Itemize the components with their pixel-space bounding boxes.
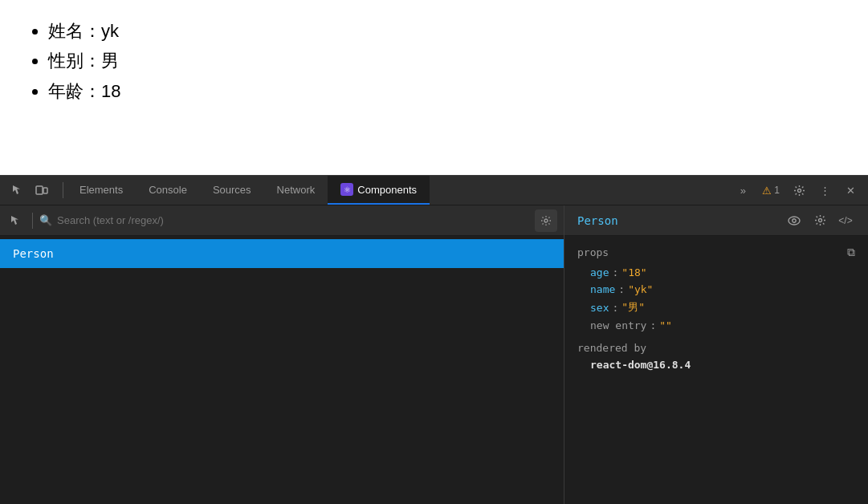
list-item: 年龄：18: [48, 76, 844, 106]
list-item: 性别：男: [48, 46, 844, 75]
settings-button[interactable]: [788, 179, 810, 201]
devtools-toolbar: Elements Console Sources Network ⚛ Compo…: [0, 175, 868, 205]
more-menu-button[interactable]: ⋮: [813, 179, 836, 201]
tab-console[interactable]: Console: [136, 176, 200, 205]
info-list: 姓名：yk 性别：男 年龄：18: [24, 16, 844, 106]
copy-props-button[interactable]: ⧉: [847, 246, 855, 259]
search-icon: 🔍: [39, 214, 52, 226]
devtools-body: 🔍 Person Person: [0, 205, 868, 504]
tree-content: Person: [0, 236, 564, 504]
svg-point-3: [544, 219, 548, 222]
search-bar: 🔍: [0, 205, 564, 236]
tab-components[interactable]: ⚛ Components: [328, 176, 430, 205]
search-divider: [32, 213, 33, 229]
close-devtools-button[interactable]: ✕: [839, 179, 862, 201]
select-element-button[interactable]: [6, 211, 26, 230]
prop-value-name: "yk": [628, 283, 653, 295]
tab-components-label: Components: [357, 184, 417, 196]
props-section-header: props ⧉: [564, 244, 868, 264]
inspect-icon[interactable]: [6, 179, 29, 201]
props-header: Person </>: [564, 205, 868, 236]
eye-icon[interactable]: [784, 211, 804, 230]
search-settings-button[interactable]: [535, 209, 557, 232]
prop-row-name: name : "yk": [564, 281, 868, 298]
svg-rect-0: [36, 186, 43, 194]
rendered-by-label: rendered by: [577, 342, 646, 354]
tabs-bar: Elements Console Sources Network ⚛ Compo…: [67, 176, 725, 205]
sex-label: 性别：: [48, 51, 101, 71]
props-content: props ⧉ age : "18" name : "yk" sex: [564, 236, 868, 504]
prop-row-sex: sex : "男": [564, 298, 868, 317]
warning-count: 1: [774, 185, 780, 196]
prop-colon: :: [612, 266, 618, 278]
warning-badge[interactable]: ⚠ 1: [757, 183, 784, 198]
svg-point-2: [797, 189, 801, 192]
svg-point-6: [818, 219, 821, 222]
prop-row-new-entry: new entry : "": [564, 317, 868, 334]
device-toggle-icon[interactable]: [31, 179, 53, 201]
tree-item-name: Person: [13, 247, 54, 260]
prop-key-name: name: [590, 283, 615, 295]
tab-sources-label: Sources: [213, 184, 251, 196]
devtools-panel: Elements Console Sources Network ⚛ Compo…: [0, 175, 868, 504]
tab-sources[interactable]: Sources: [200, 176, 264, 205]
name-value: yk: [101, 21, 119, 41]
tree-item-person[interactable]: Person: [0, 239, 564, 268]
main-content: 姓名：yk 性别：男 年龄：18: [0, 0, 868, 175]
tab-network[interactable]: Network: [264, 176, 328, 205]
prop-value-new-entry: "": [659, 319, 672, 331]
svg-rect-1: [43, 188, 47, 193]
prop-colon: :: [612, 302, 618, 314]
settings-icon[interactable]: [810, 211, 829, 230]
age-value: 18: [101, 81, 120, 101]
prop-value-sex: "男": [621, 300, 645, 315]
component-name-title: Person: [577, 214, 778, 227]
tab-elements[interactable]: Elements: [67, 176, 136, 205]
prop-key-sex: sex: [590, 302, 609, 314]
props-panel: Person </> props: [564, 205, 868, 504]
prop-value-age: "18": [621, 266, 646, 278]
rendered-by-value: react-dom@16.8.4: [564, 357, 868, 372]
toolbar-right: » ⚠ 1 ⋮ ✕: [725, 179, 868, 201]
sex-value: 男: [101, 51, 119, 71]
prop-key-new-entry: new entry: [590, 319, 646, 331]
warning-icon: ⚠: [762, 185, 772, 197]
more-tabs-icon: »: [740, 185, 746, 197]
prop-row-age: age : "18": [564, 264, 868, 281]
react-devtools-icon: ⚛: [340, 183, 353, 196]
age-label: 年龄：: [48, 81, 101, 101]
view-source-icon[interactable]: </>: [836, 211, 855, 230]
toolbar-icon-group: [0, 179, 59, 201]
prop-key-age: age: [590, 266, 609, 278]
svg-point-4: [789, 217, 800, 225]
toolbar-divider: [63, 182, 63, 198]
more-tabs-button[interactable]: »: [731, 179, 754, 201]
search-input[interactable]: [57, 214, 530, 226]
tab-elements-label: Elements: [79, 184, 123, 196]
rendered-by-section: rendered by: [564, 334, 868, 357]
name-label: 姓名：: [48, 21, 101, 41]
tab-console-label: Console: [149, 184, 187, 196]
component-tree-panel: 🔍 Person: [0, 205, 564, 504]
tab-network-label: Network: [277, 184, 316, 196]
prop-colon: :: [650, 319, 656, 331]
list-item: 姓名：yk: [48, 16, 844, 46]
svg-point-5: [793, 218, 796, 222]
props-label: props: [577, 246, 609, 258]
prop-colon: :: [618, 283, 625, 295]
